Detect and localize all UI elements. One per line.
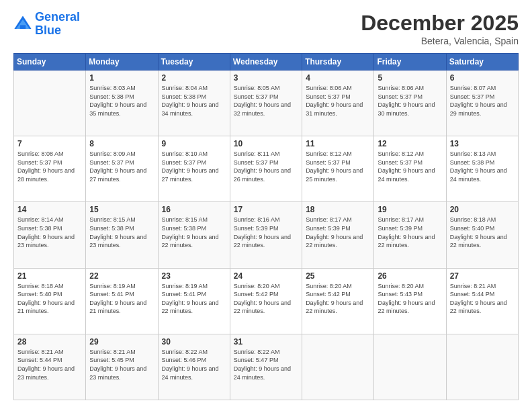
calendar-cell: 22 Sunrise: 8:19 AM Sunset: 5:41 PM Dayl… [86, 268, 158, 334]
day-info: Sunrise: 8:06 AM Sunset: 5:37 PM Dayligh… [378, 84, 442, 118]
day-info: Sunrise: 8:10 AM Sunset: 5:37 PM Dayligh… [162, 150, 226, 183]
day-number: 18 [306, 205, 370, 214]
day-number: 29 [89, 337, 154, 347]
day-info: Sunrise: 8:18 AM Sunset: 5:40 PM Dayligh… [17, 282, 82, 316]
header: General Blue December 2025 Betera, Valen… [13, 11, 519, 46]
calendar-cell: 24 Sunrise: 8:20 AM Sunset: 5:42 PM Dayl… [230, 268, 302, 334]
day-number: 8 [89, 139, 154, 148]
calendar-cell [14, 71, 86, 136]
day-info: Sunrise: 8:17 AM Sunset: 5:39 PM Dayligh… [306, 216, 370, 249]
subtitle: Betera, Valencia, Spain [361, 36, 519, 46]
calendar-cell: 30 Sunrise: 8:22 AM Sunset: 5:46 PM Dayl… [158, 334, 230, 400]
calendar-week-3: 21 Sunrise: 8:18 AM Sunset: 5:40 PM Dayl… [14, 268, 519, 334]
day-info: Sunrise: 8:11 AM Sunset: 5:37 PM Dayligh… [234, 150, 298, 183]
day-info: Sunrise: 8:15 AM Sunset: 5:38 PM Dayligh… [89, 216, 154, 249]
logo-general: General [35, 10, 80, 24]
main-title: December 2025 [361, 11, 519, 36]
logo-icon [13, 15, 32, 34]
logo: General Blue [13, 11, 80, 38]
day-number: 15 [89, 205, 154, 214]
calendar-cell: 3 Sunrise: 8:05 AM Sunset: 5:37 PM Dayli… [230, 71, 302, 136]
day-info: Sunrise: 8:20 AM Sunset: 5:42 PM Dayligh… [234, 282, 298, 316]
day-info: Sunrise: 8:18 AM Sunset: 5:40 PM Dayligh… [450, 216, 515, 249]
day-info: Sunrise: 8:21 AM Sunset: 5:44 PM Dayligh… [450, 282, 515, 316]
calendar-cell: 16 Sunrise: 8:15 AM Sunset: 5:38 PM Dayl… [158, 202, 230, 268]
svg-rect-2 [20, 25, 26, 29]
calendar-header-row: Sunday Monday Tuesday Wednesday Thursday… [14, 54, 519, 71]
day-number: 28 [17, 337, 82, 347]
day-number: 10 [234, 139, 298, 148]
calendar-cell: 21 Sunrise: 8:18 AM Sunset: 5:40 PM Dayl… [14, 268, 86, 334]
col-friday: Friday [374, 54, 446, 71]
day-number: 23 [162, 271, 226, 281]
calendar-cell: 26 Sunrise: 8:20 AM Sunset: 5:43 PM Dayl… [374, 268, 446, 334]
day-number: 9 [162, 139, 226, 148]
calendar-cell: 20 Sunrise: 8:18 AM Sunset: 5:40 PM Dayl… [446, 202, 518, 268]
day-info: Sunrise: 8:15 AM Sunset: 5:38 PM Dayligh… [162, 216, 226, 249]
day-number: 21 [17, 271, 82, 281]
day-number: 13 [450, 139, 515, 148]
day-info: Sunrise: 8:05 AM Sunset: 5:37 PM Dayligh… [234, 84, 298, 118]
calendar-week-1: 7 Sunrise: 8:08 AM Sunset: 5:37 PM Dayli… [14, 136, 519, 202]
day-info: Sunrise: 8:20 AM Sunset: 5:43 PM Dayligh… [378, 282, 442, 316]
day-number: 19 [378, 205, 442, 214]
day-number: 17 [234, 205, 298, 214]
calendar-cell: 9 Sunrise: 8:10 AM Sunset: 5:37 PM Dayli… [158, 136, 230, 202]
calendar-cell: 2 Sunrise: 8:04 AM Sunset: 5:38 PM Dayli… [158, 71, 230, 136]
calendar-cell [374, 334, 446, 400]
col-thursday: Thursday [302, 54, 374, 71]
day-info: Sunrise: 8:20 AM Sunset: 5:42 PM Dayligh… [306, 282, 370, 316]
day-number: 3 [234, 73, 298, 83]
calendar-cell: 12 Sunrise: 8:12 AM Sunset: 5:37 PM Dayl… [374, 136, 446, 202]
calendar-cell [302, 334, 374, 400]
day-info: Sunrise: 8:03 AM Sunset: 5:38 PM Dayligh… [89, 84, 154, 118]
calendar-cell: 31 Sunrise: 8:22 AM Sunset: 5:47 PM Dayl… [230, 334, 302, 400]
calendar-cell: 28 Sunrise: 8:21 AM Sunset: 5:44 PM Dayl… [14, 334, 86, 400]
calendar-cell: 29 Sunrise: 8:21 AM Sunset: 5:45 PM Dayl… [86, 334, 158, 400]
page: General Blue December 2025 Betera, Valen… [0, 0, 532, 411]
calendar-cell: 14 Sunrise: 8:14 AM Sunset: 5:38 PM Dayl… [14, 202, 86, 268]
day-number: 4 [306, 73, 370, 83]
calendar-cell: 27 Sunrise: 8:21 AM Sunset: 5:44 PM Dayl… [446, 268, 518, 334]
calendar-cell: 7 Sunrise: 8:08 AM Sunset: 5:37 PM Dayli… [14, 136, 86, 202]
calendar-cell: 1 Sunrise: 8:03 AM Sunset: 5:38 PM Dayli… [86, 71, 158, 136]
day-number: 7 [17, 139, 82, 148]
day-number: 20 [450, 205, 515, 214]
day-number: 24 [234, 271, 298, 281]
day-number: 5 [378, 73, 442, 83]
day-number: 16 [162, 205, 226, 214]
calendar-cell: 15 Sunrise: 8:15 AM Sunset: 5:38 PM Dayl… [86, 202, 158, 268]
day-number: 26 [378, 271, 442, 281]
day-number: 31 [234, 337, 298, 347]
calendar-week-4: 28 Sunrise: 8:21 AM Sunset: 5:44 PM Dayl… [14, 334, 519, 400]
day-info: Sunrise: 8:21 AM Sunset: 5:44 PM Dayligh… [17, 348, 82, 381]
day-number: 25 [306, 271, 370, 281]
day-info: Sunrise: 8:19 AM Sunset: 5:41 PM Dayligh… [162, 282, 226, 316]
day-info: Sunrise: 8:06 AM Sunset: 5:37 PM Dayligh… [306, 84, 370, 118]
calendar-cell [446, 334, 518, 400]
calendar-table: Sunday Monday Tuesday Wednesday Thursday… [13, 53, 519, 400]
calendar-cell: 4 Sunrise: 8:06 AM Sunset: 5:37 PM Dayli… [302, 71, 374, 136]
calendar-cell: 25 Sunrise: 8:20 AM Sunset: 5:42 PM Dayl… [302, 268, 374, 334]
calendar-cell: 10 Sunrise: 8:11 AM Sunset: 5:37 PM Dayl… [230, 136, 302, 202]
col-sunday: Sunday [14, 54, 86, 71]
col-saturday: Saturday [446, 54, 518, 71]
calendar-cell: 8 Sunrise: 8:09 AM Sunset: 5:37 PM Dayli… [86, 136, 158, 202]
calendar-cell: 13 Sunrise: 8:13 AM Sunset: 5:38 PM Dayl… [446, 136, 518, 202]
calendar-cell: 6 Sunrise: 8:07 AM Sunset: 5:37 PM Dayli… [446, 71, 518, 136]
day-info: Sunrise: 8:22 AM Sunset: 5:46 PM Dayligh… [162, 348, 226, 381]
day-info: Sunrise: 8:12 AM Sunset: 5:37 PM Dayligh… [306, 150, 370, 183]
col-wednesday: Wednesday [230, 54, 302, 71]
day-info: Sunrise: 8:21 AM Sunset: 5:45 PM Dayligh… [89, 348, 154, 381]
day-number: 27 [450, 271, 515, 281]
day-info: Sunrise: 8:22 AM Sunset: 5:47 PM Dayligh… [234, 348, 298, 381]
calendar-week-0: 1 Sunrise: 8:03 AM Sunset: 5:38 PM Dayli… [14, 71, 519, 136]
calendar-cell: 23 Sunrise: 8:19 AM Sunset: 5:41 PM Dayl… [158, 268, 230, 334]
calendar-cell: 11 Sunrise: 8:12 AM Sunset: 5:37 PM Dayl… [302, 136, 374, 202]
calendar-week-2: 14 Sunrise: 8:14 AM Sunset: 5:38 PM Dayl… [14, 202, 519, 268]
logo-blue: Blue [35, 24, 61, 37]
day-number: 11 [306, 139, 370, 148]
day-number: 2 [162, 73, 226, 83]
calendar-cell: 19 Sunrise: 8:17 AM Sunset: 5:39 PM Dayl… [374, 202, 446, 268]
day-info: Sunrise: 8:07 AM Sunset: 5:37 PM Dayligh… [450, 84, 515, 118]
